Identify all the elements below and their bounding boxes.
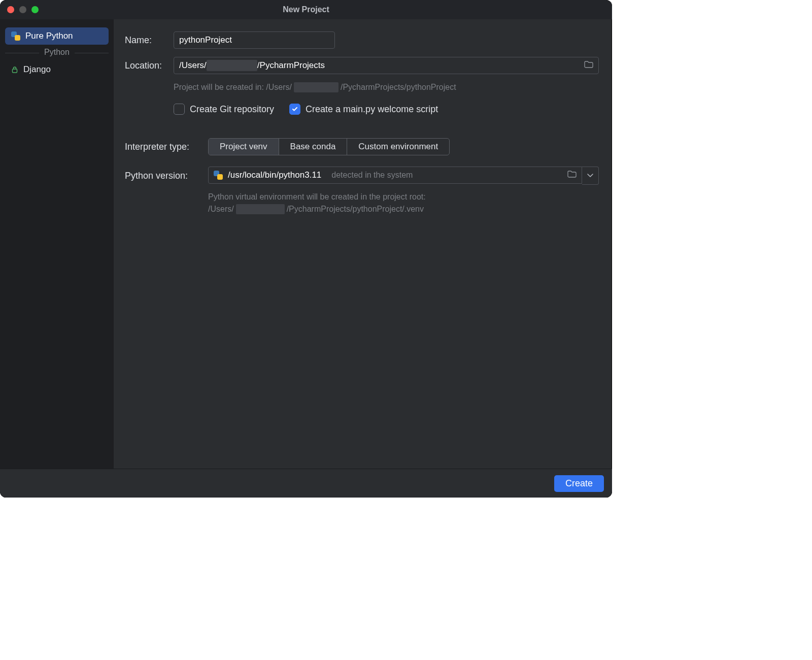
titlebar: New Project — [0, 0, 612, 19]
maximize-window-button[interactable] — [31, 6, 39, 13]
interpreter-type-segmented: Project venv Base conda Custom environme… — [208, 138, 450, 155]
interp-option-custom-env[interactable]: Custom environment — [347, 139, 449, 155]
create-git-checkbox[interactable]: Create Git repository — [174, 104, 274, 115]
checkbox-label: Create Git repository — [190, 104, 274, 115]
minimize-window-button[interactable] — [19, 6, 26, 13]
sidebar-item-label: Pure Python — [25, 31, 73, 41]
project-name-input[interactable]: pythonProject — [174, 31, 335, 49]
browse-folder-icon[interactable] — [584, 60, 593, 71]
interp-option-project-venv[interactable]: Project venv — [209, 139, 279, 155]
window-controls — [7, 6, 39, 13]
name-label: Name: — [125, 35, 174, 46]
lock-icon — [11, 66, 18, 73]
python-version-label: Python version: — [125, 171, 208, 181]
venv-hint: Python virtual environment will be creat… — [208, 191, 599, 215]
project-type-sidebar: Pure Python Python Django — [0, 19, 114, 469]
python-icon — [214, 171, 223, 180]
new-project-window: New Project Pure Python Python — [0, 0, 612, 498]
interp-option-base-conda[interactable]: Base conda — [279, 139, 348, 155]
location-text: /Users/ /PycharmProjects — [179, 60, 325, 71]
project-name-value: pythonProject — [179, 35, 232, 45]
sidebar-section-python: Python — [5, 48, 109, 58]
sidebar-item-django[interactable]: Django — [5, 61, 109, 78]
redacted-username — [207, 60, 257, 71]
interpreter-type-row: Interpreter type: Project venv Base cond… — [125, 138, 599, 155]
browse-python-folder-icon[interactable] — [567, 170, 577, 180]
sidebar-section-label: Python — [39, 48, 75, 57]
python-version-row: Python version: /usr/local/bin/python3.1… — [125, 167, 599, 185]
sidebar-item-pure-python[interactable]: Pure Python — [5, 27, 109, 45]
close-window-button[interactable] — [7, 6, 14, 13]
name-row: Name: pythonProject — [125, 31, 599, 49]
checkbox-row: Create Git repository Create a main.py w… — [174, 104, 599, 115]
python-version-dropdown-button[interactable] — [582, 167, 599, 185]
interpreter-type-label: Interpreter type: — [125, 142, 208, 152]
chevron-down-icon — [587, 174, 593, 178]
python-version-path: /usr/local/bin/python3.11 — [228, 170, 321, 180]
checkbox-label: Create a main.py welcome script — [306, 104, 438, 115]
checkbox-box — [289, 104, 300, 115]
python-version-select[interactable]: /usr/local/bin/python3.11 detected in th… — [208, 167, 582, 184]
project-location-input[interactable]: /Users/ /PycharmProjects — [174, 57, 599, 74]
location-label: Location: — [125, 60, 174, 71]
dialog-footer: Create — [0, 469, 612, 498]
location-row: Location: /Users/ /PycharmProjects — [125, 57, 599, 74]
main-panel: Name: pythonProject Location: /Users/ /P… — [114, 19, 612, 469]
create-button[interactable]: Create — [554, 475, 604, 492]
checkbox-box — [174, 104, 185, 115]
location-hint: Project will be created in: /Users/ /Pyc… — [174, 82, 599, 92]
svg-rect-0 — [13, 69, 17, 73]
redacted-username — [236, 204, 285, 214]
redacted-username — [294, 82, 339, 92]
sidebar-item-label: Django — [23, 64, 51, 75]
create-mainpy-checkbox[interactable]: Create a main.py welcome script — [289, 104, 438, 115]
python-icon — [11, 31, 20, 41]
window-title: New Project — [0, 5, 612, 14]
python-version-detected: detected in the system — [331, 171, 413, 180]
